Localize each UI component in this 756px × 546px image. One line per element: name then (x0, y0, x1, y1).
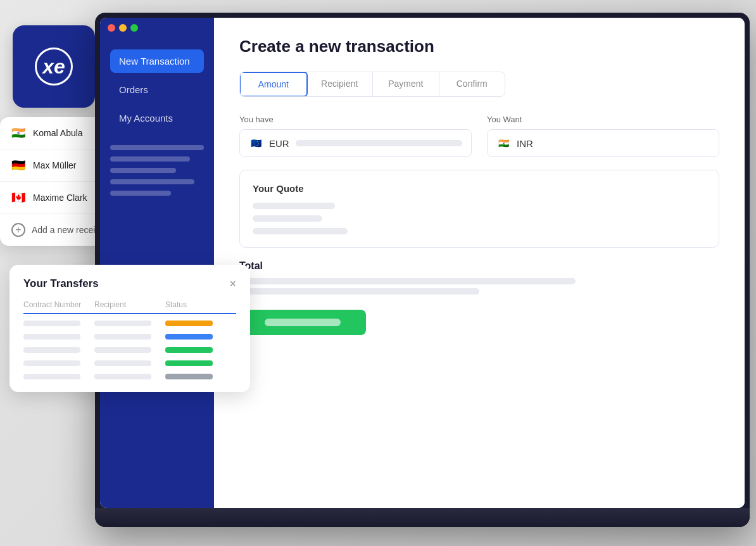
sidebar-label-new-transaction: New Transaction (119, 56, 190, 67)
continue-skel (265, 319, 341, 326)
laptop-base (95, 508, 750, 527)
sidebar-item-new-transaction[interactable]: New Transaction (110, 49, 204, 73)
tab-recipient[interactable]: Recipient (307, 72, 374, 96)
status-badge-green2 (165, 360, 213, 366)
tab-confirm[interactable]: Confirm (439, 72, 505, 96)
inr-flag-icon: 🇮🇳 (496, 136, 510, 150)
contract-skel (23, 321, 80, 326)
status-badge-gray (165, 374, 213, 379)
you-have-box: You have 🇪🇺 EUR (239, 115, 472, 157)
to-currency-input[interactable]: 🇮🇳 INR (487, 129, 719, 157)
tab-payment[interactable]: Payment (373, 72, 439, 96)
col-contract: Contract Number (23, 300, 94, 309)
traffic-light-red[interactable] (108, 24, 115, 32)
page-title: Create a new transaction (239, 37, 719, 56)
recipient-skel (94, 360, 151, 366)
from-amount-skel (296, 140, 462, 146)
quote-skeleton (253, 203, 706, 234)
recipient-skel (94, 374, 151, 379)
currency-row: You have 🇪🇺 EUR You Want 🇮🇳 INR (239, 115, 719, 157)
sidebar-skel-5 (110, 191, 171, 196)
total-skel-2 (239, 288, 479, 295)
transfers-table-header: Contract Number Recipient Status (23, 300, 236, 314)
sidebar-skel-2 (110, 156, 190, 162)
contract-skel (23, 347, 80, 353)
you-have-label: You have (239, 115, 472, 124)
quote-skel-1 (253, 203, 335, 209)
recipient-skel (94, 347, 151, 353)
transfers-rows (23, 321, 236, 379)
sidebar-item-my-accounts[interactable]: My Accounts (110, 106, 204, 130)
canada-flag-icon: 🇨🇦 (11, 191, 25, 205)
eur-flag-icon: 🇪🇺 (249, 136, 263, 150)
xe-circle: xe (35, 48, 73, 86)
sidebar-item-orders[interactable]: Orders (110, 78, 204, 101)
table-row (23, 360, 236, 366)
contract-skel (23, 334, 80, 340)
contract-skel (23, 360, 80, 366)
you-want-box: You Want 🇮🇳 INR (487, 115, 719, 157)
table-row (23, 321, 236, 326)
continue-button[interactable] (239, 310, 366, 335)
status-badge-green (165, 347, 213, 353)
india-flag-icon: 🇮🇳 (11, 126, 25, 140)
germany-flag-icon: 🇩🇪 (11, 158, 25, 172)
total-section: Total (239, 260, 719, 295)
from-currency-input[interactable]: 🇪🇺 EUR (239, 129, 472, 157)
col-recipient: Recipient (94, 300, 165, 309)
close-button[interactable]: × (229, 278, 236, 289)
recipient-skel (94, 334, 151, 340)
transfers-card: Your Transfers × Contract Number Recipie… (9, 265, 250, 392)
status-badge-blue (165, 334, 213, 340)
status-badge-yellow (165, 321, 213, 326)
sidebar-skel-4 (110, 179, 194, 184)
col-status: Status (165, 300, 236, 309)
sidebar: New Transaction Orders My Accounts (100, 18, 214, 508)
you-want-label: You Want (487, 115, 719, 124)
from-currency-code: EUR (269, 138, 289, 149)
recipient-skel (94, 321, 151, 326)
laptop-screen: New Transaction Orders My Accounts Creat… (100, 18, 745, 508)
sidebar-skel-1 (110, 145, 204, 150)
tabs-row: Amount Recipient Payment Confirm (239, 72, 505, 97)
quote-section: Your Quote (239, 170, 719, 248)
tab-amount[interactable]: Amount (239, 72, 308, 97)
quote-skel-3 (253, 228, 348, 234)
main-content: Create a new transaction Amount Recipien… (214, 18, 745, 508)
sidebar-skeleton (110, 145, 204, 196)
plus-icon: + (11, 223, 25, 237)
total-label: Total (239, 260, 719, 272)
sidebar-skel-3 (110, 168, 176, 173)
contract-skel (23, 374, 80, 379)
quote-skel-2 (253, 215, 322, 222)
traffic-light-yellow[interactable] (119, 24, 127, 32)
xe-logo-text: xe (42, 55, 65, 79)
xe-logo-card: xe (13, 25, 95, 108)
table-row (23, 334, 236, 340)
to-currency-code: INR (517, 138, 533, 149)
total-skel-1 (239, 278, 576, 284)
quote-title: Your Quote (253, 183, 706, 194)
transfers-title: Your Transfers (23, 277, 99, 290)
table-row (23, 347, 236, 353)
sidebar-label-orders: Orders (119, 84, 148, 95)
sidebar-label-accounts: My Accounts (119, 113, 173, 124)
traffic-lights (108, 24, 138, 32)
table-row (23, 374, 236, 379)
traffic-light-green[interactable] (130, 24, 138, 32)
transfers-header: Your Transfers × (23, 277, 236, 290)
